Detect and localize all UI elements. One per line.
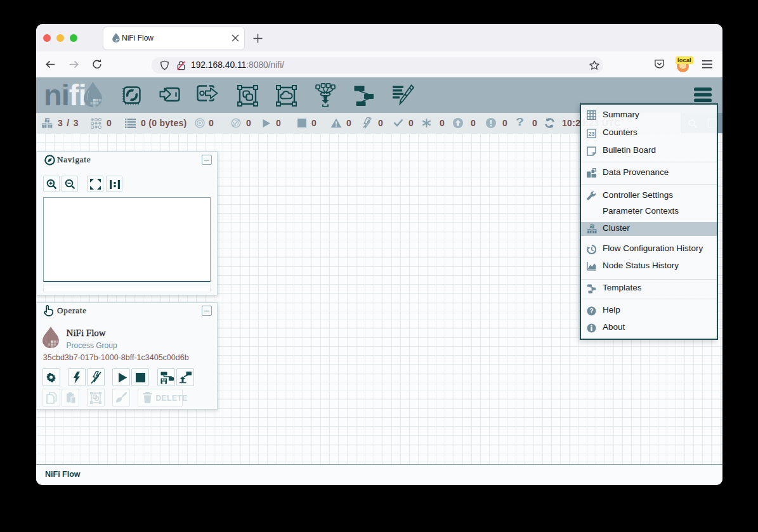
svg-text:?: ? [589,307,593,315]
svg-text:23: 23 [588,131,594,137]
